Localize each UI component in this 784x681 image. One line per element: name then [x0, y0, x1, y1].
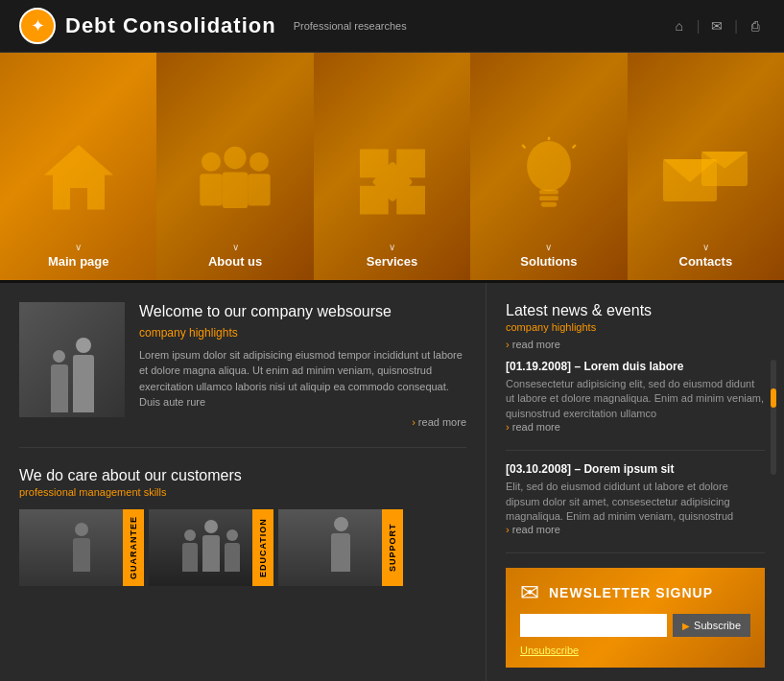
newsletter-box: ✉ NEWSLETTER SIGNUP Subscribe Unsubscrib… [506, 568, 765, 668]
svg-text:✦: ✦ [31, 16, 45, 35]
left-column: Welcome to our company websourse company… [0, 283, 487, 681]
site-title: Debt Consolidation [65, 13, 276, 38]
welcome-photo [19, 302, 125, 417]
email-icon[interactable]: ✉ [707, 16, 726, 35]
welcome-section: Welcome to our company websourse company… [19, 302, 466, 448]
bulb-icon [515, 136, 582, 223]
header-icons: ⌂ | ✉ | ⎙ [670, 16, 765, 35]
puzzle-icon [349, 141, 436, 223]
scrollbar-thumb[interactable] [771, 388, 776, 408]
news-read-more-top[interactable]: read more [506, 339, 765, 350]
svg-rect-6 [223, 173, 249, 209]
panel-label-area: ∨ Solutions [520, 242, 577, 269]
card-person [73, 523, 90, 572]
site-header: ✦ Debt Consolidation Professional resear… [0, 0, 784, 53]
welcome-read-more[interactable]: read more [139, 416, 466, 428]
svg-rect-8 [248, 174, 270, 205]
customer-card-guarantee[interactable]: Guarantee [19, 509, 144, 586]
svg-rect-12 [541, 202, 557, 207]
panel-label-area: ∨ Main page [48, 242, 109, 269]
svg-point-7 [249, 153, 269, 172]
customers-heading: We do care about our customers [19, 467, 466, 484]
unsubscribe-link[interactable]: Unsubscribe [520, 645, 750, 656]
news-item-1-title: [01.19.2008] – Lorem duis labore [506, 360, 765, 373]
news-item-2-body: Elit, sed do eiusmod cididunt ut labore … [506, 480, 765, 524]
panel-label-about-us: About us [208, 254, 262, 269]
house-icon [36, 136, 122, 223]
customers-subheading: professional management skills [19, 486, 466, 498]
card-person [331, 517, 350, 572]
people-icon [187, 141, 283, 223]
logo-icon: ✦ [19, 8, 56, 44]
panel-label-area: ∨ About us [208, 242, 262, 269]
card-person [202, 520, 220, 572]
svg-rect-4 [200, 174, 222, 205]
newsletter-header: ✉ NEWSLETTER SIGNUP [520, 579, 750, 606]
news-item-2: [03.10.2008] – Dorem ipsum sit Elit, sed… [506, 462, 765, 553]
card-person [225, 529, 240, 572]
person-shape-large [73, 338, 94, 412]
news-item-1-read-more[interactable]: read more [506, 421, 765, 433]
panel-label-services: Services [367, 254, 418, 269]
panel-label-area: ∨ Services [367, 242, 418, 269]
customer-card-education[interactable]: Education [149, 509, 273, 586]
news-subheading: company highlights [506, 321, 765, 333]
svg-point-3 [202, 153, 221, 172]
subscribe-button[interactable]: Subscribe [673, 614, 750, 637]
svg-line-14 [522, 145, 525, 148]
news-heading: Latest news & events [506, 302, 765, 319]
welcome-heading: Welcome to our company websourse [139, 302, 466, 322]
panel-label-solutions: Solutions [520, 254, 577, 269]
nav-panel-about-us[interactable]: ∨ About us [156, 53, 313, 280]
mail-icon [657, 144, 753, 221]
nav-panel-contacts[interactable]: ∨ Contacts [628, 53, 784, 280]
nav-panel-main-page[interactable]: ∨ Main page [0, 53, 156, 280]
print-icon[interactable]: ⎙ [746, 16, 765, 35]
customer-card-support[interactable]: Support [278, 509, 403, 586]
card-person [182, 529, 198, 572]
newsletter-form: Subscribe [520, 614, 750, 637]
site-tagline: Professional researches [294, 20, 407, 32]
svg-point-9 [527, 141, 571, 191]
card-badge-education: Education [252, 509, 273, 586]
newsletter-title: NEWSLETTER SIGNUP [549, 585, 713, 600]
person-shape [51, 350, 68, 412]
home-icon[interactable]: ⌂ [670, 16, 689, 35]
card-badge-guarantee: Guarantee [123, 509, 144, 586]
nav-panel-solutions[interactable]: ∨ Solutions [470, 53, 627, 280]
newsletter-icon: ✉ [520, 579, 539, 606]
welcome-text: Welcome to our company websourse company… [139, 302, 466, 428]
news-list: [01.19.2008] – Lorem duis labore Consese… [506, 360, 765, 553]
panel-label-contacts: Contacts [679, 254, 733, 269]
customers-section: We do care about our customers professio… [19, 467, 466, 586]
news-item-1-body: Consesectetur adipisicing elit, sed do e… [506, 377, 765, 421]
panel-label-main-page: Main page [48, 254, 109, 269]
scrollbar-track [771, 360, 776, 475]
svg-rect-11 [539, 196, 558, 200]
welcome-subheading: company highlights [139, 326, 466, 340]
customer-cards: Guarantee [19, 509, 466, 586]
newsletter-input[interactable] [520, 614, 667, 637]
news-item-1: [01.19.2008] – Lorem duis labore Consese… [506, 360, 765, 451]
svg-rect-10 [539, 190, 558, 195]
logo-area: ✦ Debt Consolidation Professional resear… [19, 8, 407, 44]
panel-label-area: ∨ Contacts [679, 242, 733, 269]
svg-line-15 [572, 145, 575, 148]
main-content: Welcome to our company websourse company… [0, 283, 784, 681]
welcome-body: Lorem ipsum dolor sit adipisicing eiusmo… [139, 347, 466, 411]
news-item-2-title: [03.10.2008] – Dorem ipsum sit [506, 462, 765, 476]
svg-marker-2 [44, 145, 113, 210]
nav-panels: ∨ Main page ∨ About us ∨ Services [0, 53, 784, 283]
card-badge-support: Support [382, 509, 403, 586]
news-item-2-read-more[interactable]: read more [506, 524, 765, 535]
right-column: Latest news & events company highlights … [487, 283, 784, 681]
nav-panel-services[interactable]: ∨ Services [314, 53, 470, 280]
svg-point-5 [224, 147, 246, 169]
